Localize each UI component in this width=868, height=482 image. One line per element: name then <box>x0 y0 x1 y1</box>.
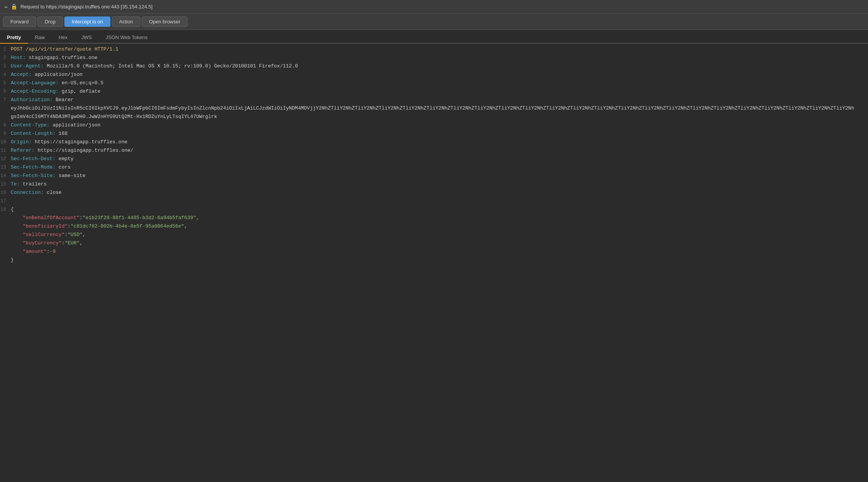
edit-icon: ✏️ <box>5 3 8 10</box>
tab-raw[interactable]: Raw <box>28 32 52 44</box>
intercept-button[interactable]: Intercept is on <box>64 16 110 27</box>
forward-button[interactable]: Forward <box>3 16 36 27</box>
lock-icon: 🔒 <box>11 3 17 10</box>
request-content: 1 POST /api/v1/transfer/quote HTTP/1.1 2… <box>0 44 868 482</box>
table-row: 18 { <box>0 205 868 214</box>
table-row: 12 Sec-Fetch-Dest: empty <box>0 155 868 163</box>
table-row: 15 Te: trailers <box>0 180 868 189</box>
drop-button[interactable]: Drop <box>38 16 63 27</box>
open-browser-button[interactable]: Open browser <box>142 16 188 27</box>
table-row: } <box>0 256 868 264</box>
tab-jws[interactable]: JWS <box>74 32 99 44</box>
title-bar: ✏️ 🔒 Request to https://stagingapi.truff… <box>0 0 868 14</box>
tab-pretty[interactable]: Pretty <box>0 32 28 44</box>
table-row: "onBehalfOfAccount":"e1b23f28-88f1-4485-… <box>0 214 868 222</box>
toolbar: Forward Drop Intercept is on Action Open… <box>0 14 868 30</box>
table-row: 7 Authorization: Bearer <box>0 96 868 104</box>
action-button[interactable]: Action <box>112 16 140 27</box>
table-row: 1 POST /api/v1/transfer/quote HTTP/1.1 <box>0 45 868 54</box>
table-row: gsImV4cCI6MTY4NDA3MTgwOH0.JwW2nHYG9UtQ2M… <box>0 113 868 121</box>
table-row: 8 Content-Type: application/json <box>0 121 868 130</box>
table-row: 4 Accept: application/json <box>0 70 868 79</box>
table-row: 17 <box>0 197 868 205</box>
table-row: "buyCurrency":"EUR", <box>0 239 868 248</box>
tabs-bar: Pretty Raw Hex JWS JSON Web Tokens <box>0 30 868 44</box>
title-bar-text: Request to https://stagingapi.truffles.o… <box>20 4 153 10</box>
table-row: 2 Host: stagingapi.truffles.one <box>0 54 868 62</box>
table-row: 11 Referer: https://stagingapp.truffles.… <box>0 146 868 155</box>
table-row: 10 Origin: https://stagingapp.truffles.o… <box>0 138 868 146</box>
table-row: "sellCurrency":"USD", <box>0 231 868 239</box>
table-row: "amount":-9 <box>0 248 868 256</box>
table-row: 9 Content-Length: 168 <box>0 130 868 138</box>
table-row: 5 Accept-Language: en-US,en;q=0.5 <box>0 79 868 87</box>
table-row: 3 User-Agent: Mozilla/5.0 (Macintosh; In… <box>0 62 868 70</box>
table-row: 14 Sec-Fetch-Site: same-site <box>0 172 868 180</box>
table-row: 13 Sec-Fetch-Mode: cors <box>0 163 868 172</box>
table-row: eyJhbGciOiJIUzI1NiIsInR5cCI6IkpXVCJ9.eyJ… <box>0 104 868 113</box>
tab-hex[interactable]: Hex <box>52 32 74 44</box>
tab-json-web-tokens[interactable]: JSON Web Tokens <box>99 32 154 44</box>
table-row: 6 Accept-Encoding: gzip, deflate <box>0 87 868 96</box>
table-row: "beneficiaryId":"c81dc762-002b-4b4e-8e5f… <box>0 222 868 231</box>
table-row: 16 Connection: close <box>0 189 868 197</box>
